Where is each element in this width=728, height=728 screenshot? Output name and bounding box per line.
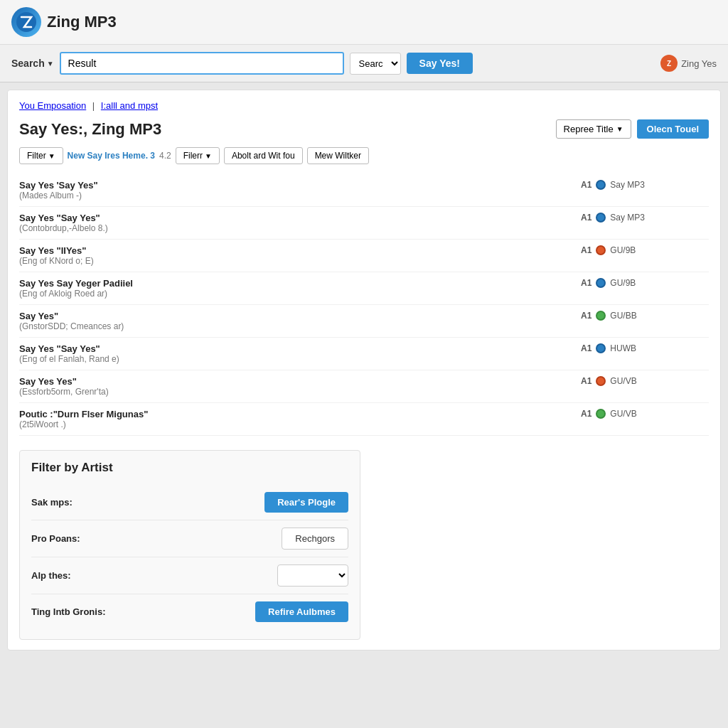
quality-badge: A1 [581, 343, 592, 353]
breadcrumb-part2[interactable]: I:alll and mpst [101, 100, 158, 111]
source-dot-icon [596, 278, 606, 288]
song-meta: A1 HUWB [581, 343, 709, 353]
logo-area: Zing MP3 [11, 7, 117, 37]
source-text: Say MP3 [610, 180, 645, 190]
song-meta: A1 Say MP3 [581, 213, 709, 223]
source-text: GU/9B [610, 245, 636, 255]
source-dot-icon [596, 409, 606, 419]
song-info: Say Yes "IIYes" (Eng of KNord o; E) [19, 245, 567, 266]
song-info: Poutic :"Durn Flser Migunas" (2t5iWoort … [19, 409, 567, 429]
song-subtitle: (Mades Album -) [19, 191, 567, 200]
source-dot-icon [596, 180, 606, 190]
abolt-button[interactable]: Abolt ard Wit fou [224, 147, 303, 164]
repree-chevron-icon: ▼ [616, 125, 623, 133]
song-title: Say Yes" [19, 311, 567, 321]
filter-row: Alp thes: [31, 557, 348, 594]
filter-row: Ting Intb Gronis: Refire Aulbmes [31, 594, 348, 629]
header: Zing MP3 [0, 0, 728, 45]
title-row: Say Yes:, Zing MP3 Repree Title ▼ Olecn … [19, 119, 709, 139]
quality-badge: A1 [581, 278, 592, 288]
song-title: Say Yes Say Yeger Padiiel [19, 278, 567, 289]
song-info: Say Yes "Say Yes" (Contobrdup,-Albelo 8.… [19, 213, 567, 233]
repree-title-button[interactable]: Repree Title ▼ [556, 119, 631, 139]
song-info: Say Yes Yes" (Essforb5orm, Grenr'ta) [19, 376, 567, 397]
song-meta: A1 GU/VB [581, 376, 709, 386]
main-content: You Emposation | I:alll and mpst Say Yes… [7, 90, 721, 651]
source-dot-icon [596, 311, 606, 321]
breadcrumb-part1[interactable]: You Emposation [19, 100, 86, 111]
list-item[interactable]: Say Yes" (GnstorSDD; Cmeances ar) A1 GU/… [19, 305, 709, 338]
filter-bar: Filter ▼ New Say Ires Heme. 3 4.2 Filerr… [19, 147, 709, 164]
song-list: Say Yes 'Say Yes" (Mades Album -) A1 Say… [19, 174, 709, 436]
filter-action-blue-button[interactable]: Rear's Plogle [264, 492, 348, 513]
page-title: Say Yes:, Zing MP3 [19, 120, 161, 139]
song-title: Say Yes "Say Yes" [19, 343, 567, 354]
song-title: Poutic :"Durn Flser Migunas" [19, 409, 567, 419]
song-subtitle: (Eng of Akloig Roed ar) [19, 289, 567, 299]
song-meta: A1 GU/9B [581, 278, 709, 288]
filter-action-blue-button[interactable]: Refire Aulbmes [255, 601, 348, 622]
filter-row-action: Refire Aulbmes [255, 601, 348, 622]
song-info: Say Yes Say Yeger Padiiel (Eng of Akloig… [19, 278, 567, 299]
list-item[interactable]: Say Yes "IIYes" (Eng of KNord o; E) A1 G… [19, 240, 709, 272]
search-chevron-icon: ▼ [47, 60, 54, 68]
filter-row-label: Sak mps: [31, 497, 117, 508]
search-input[interactable] [60, 52, 344, 75]
filter-action-select[interactable] [277, 564, 348, 587]
source-text: Say MP3 [610, 213, 645, 223]
category-select[interactable]: Searc [350, 53, 401, 75]
list-item[interactable]: Say Yes "Say Yes" (Eng of el Fanlah, Ran… [19, 338, 709, 370]
song-info: Say Yes" (GnstorSDD; Cmeances ar) [19, 311, 567, 331]
filter-row-action: Rear's Plogle [264, 492, 348, 513]
quality-badge: A1 [581, 376, 592, 386]
quality-badge: A1 [581, 311, 592, 321]
source-text: GU/VB [610, 409, 636, 419]
filter-row-action: Rechgors [282, 528, 348, 550]
mew-button[interactable]: Mew Wiltker [307, 147, 369, 164]
song-meta: A1 GU/9B [581, 245, 709, 255]
filter1-chevron-icon: ▼ [48, 152, 55, 160]
filter-artist-title: Filter by Artist [31, 461, 348, 475]
source-text: GU/VB [610, 376, 636, 386]
source-dot-icon [596, 343, 606, 353]
filter2-button[interactable]: Filerr ▼ [176, 147, 220, 164]
title-actions: Repree Title ▼ Olecn Touel [556, 119, 709, 139]
song-info: Say Yes 'Say Yes" (Mades Album -) [19, 180, 567, 200]
song-meta: A1 GU/BB [581, 311, 709, 321]
source-text: HUWB [610, 343, 636, 353]
olecn-touel-button[interactable]: Olecn Touel [637, 119, 709, 139]
zing-yes-label: Zing Yes [681, 58, 717, 69]
list-item[interactable]: Poutic :"Durn Flser Migunas" (2t5iWoort … [19, 403, 709, 436]
source-dot-icon [596, 213, 606, 223]
list-item[interactable]: Say Yes 'Say Yes" (Mades Album -) A1 Say… [19, 174, 709, 207]
list-item[interactable]: Say Yes Say Yeger Padiiel (Eng of Akloig… [19, 272, 709, 305]
song-title: Say Yes "IIYes" [19, 245, 567, 256]
filter1-button[interactable]: Filter ▼ [19, 147, 63, 164]
say-yes-button[interactable]: Say Yes! [407, 53, 473, 74]
source-text: GU/9B [610, 278, 636, 288]
quality-badge: A1 [581, 409, 592, 419]
quality-badge: A1 [581, 180, 592, 190]
quality-badge: A1 [581, 213, 592, 223]
filter-row-action [277, 564, 348, 587]
source-dot-icon [596, 376, 606, 386]
filter-count: 4.2 [159, 151, 171, 161]
song-subtitle: (2t5iWoort .) [19, 419, 567, 429]
filter-row-label: Ting Intb Gronis: [31, 606, 117, 617]
search-dropdown-button[interactable]: Search ▼ [11, 58, 54, 69]
list-item[interactable]: Say Yes Yes" (Essforb5orm, Grenr'ta) A1 … [19, 370, 709, 403]
quality-badge: A1 [581, 245, 592, 255]
filter-row-label: Alp thes: [31, 570, 117, 581]
filter-row-label: Pro Poans: [31, 533, 117, 544]
filter2-chevron-icon: ▼ [205, 152, 212, 160]
source-text: GU/BB [610, 311, 636, 321]
avatar: Z [660, 55, 678, 72]
song-subtitle: (GnstorSDD; Cmeances ar) [19, 321, 567, 331]
filter-link[interactable]: New Say Ires Heme. 3 [68, 151, 155, 161]
list-item[interactable]: Say Yes "Say Yes" (Contobrdup,-Albelo 8.… [19, 207, 709, 240]
filter-action-white-button[interactable]: Rechgors [282, 528, 348, 550]
zing-yes-area: Z Zing Yes [660, 55, 717, 72]
svg-point-0 [16, 12, 36, 32]
song-title: Say Yes Yes" [19, 376, 567, 387]
toolbar: Search ▼ Searc Say Yes! Z Zing Yes [0, 45, 728, 82]
